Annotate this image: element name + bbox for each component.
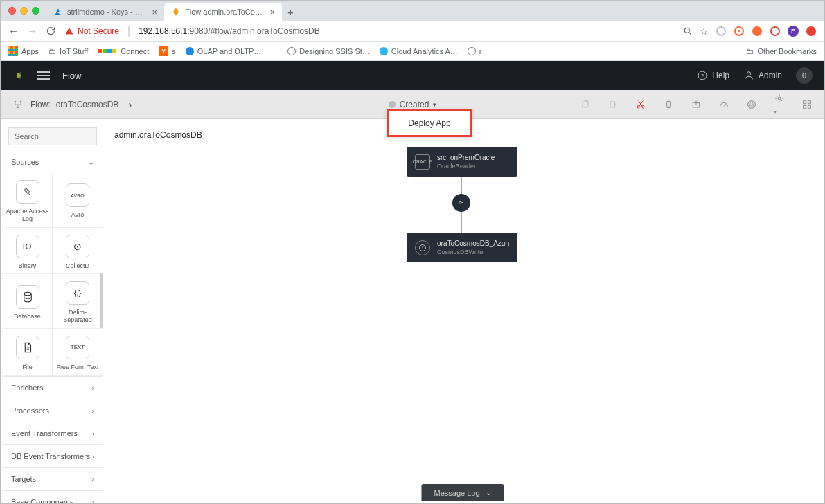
bookmark-item[interactable]: Y s bbox=[159, 46, 176, 56]
palette-item[interactable]: {,}Delim-Separated bbox=[53, 274, 103, 329]
message-log-toggle[interactable]: Message Log ⌄ bbox=[421, 484, 504, 501]
svg-rect-14 bbox=[804, 100, 806, 103]
export-icon[interactable] bbox=[691, 99, 702, 110]
status-dropdown[interactable]: Created ▾ bbox=[389, 100, 437, 109]
svg-point-5 bbox=[20, 100, 22, 102]
source-node[interactable]: ORACLE src_onPremOracle OracleReader bbox=[407, 147, 517, 177]
palette-item[interactable]: File bbox=[3, 329, 53, 376]
palette-item[interactable]: TEXTFree Form Text bbox=[53, 329, 103, 376]
globe-icon bbox=[287, 47, 296, 55]
binary-icon: IO bbox=[16, 235, 39, 258]
admin-menu[interactable]: Admin bbox=[743, 70, 782, 81]
copy-icon[interactable] bbox=[580, 99, 591, 110]
palette-section-enrichers[interactable]: Enrichers› bbox=[3, 377, 103, 399]
palette-section-db-event-transformers[interactable]: DB Event Transformers› bbox=[3, 445, 103, 467]
svg-point-6 bbox=[17, 106, 19, 108]
bookmark-item[interactable]: r bbox=[468, 47, 482, 55]
bookmark-item[interactable]: OLAP and OLTP… bbox=[186, 47, 262, 55]
grid-icon[interactable] bbox=[801, 99, 813, 110]
globe-icon bbox=[380, 47, 388, 55]
palette-section-event-transformers[interactable]: Event Transformers› bbox=[3, 422, 103, 444]
url-text[interactable]: 192.168.56.1:9080/#flow/admin.oraToCosmo… bbox=[139, 26, 320, 36]
browser-tab-bar: striimdemo - Keys - Microsoft × Flow adm… bbox=[1, 1, 824, 21]
section-label: Processors bbox=[11, 406, 49, 415]
bookmark-label: OLAP and OLTP… bbox=[197, 47, 262, 55]
deploy-label: Deploy App bbox=[408, 118, 450, 128]
palette-item[interactable]: IOBinary bbox=[3, 228, 53, 275]
maximize-window-icon[interactable] bbox=[32, 7, 39, 15]
target-node[interactable]: oraToCosmosDB_Azure-CosmosDBTarget1 Cosm… bbox=[407, 233, 517, 262]
bookmark-label: Other Bookmarks bbox=[757, 47, 817, 55]
apps-grid-icon bbox=[8, 46, 18, 56]
palette-item[interactable]: ✎Apache Access Log bbox=[3, 173, 53, 228]
help-button[interactable]: ? Help bbox=[697, 70, 729, 81]
paste-icon[interactable] bbox=[607, 99, 619, 110]
bookmark-label: r bbox=[479, 47, 482, 55]
browser-tab[interactable]: striimdemo - Keys - Microsoft × bbox=[46, 3, 164, 21]
palette-item[interactable]: AVROAvro bbox=[53, 173, 103, 228]
flow-icon bbox=[12, 99, 24, 110]
bookmark-item[interactable]: Designing SSIS St… bbox=[287, 47, 370, 55]
bookmark-item[interactable]: Connect bbox=[98, 47, 149, 55]
palette-item[interactable]: ⊙CollectD bbox=[53, 228, 103, 275]
close-icon[interactable]: × bbox=[152, 7, 157, 17]
trash-icon[interactable] bbox=[663, 99, 674, 110]
bookmark-item[interactable]: Cloud Analytics A… bbox=[380, 47, 458, 55]
extension-icon[interactable]: × bbox=[734, 26, 745, 37]
search-icon[interactable] bbox=[683, 26, 693, 36]
new-tab-button[interactable]: + bbox=[282, 3, 299, 21]
palette-section-targets[interactable]: Targets› bbox=[3, 468, 103, 490]
other-bookmarks[interactable]: 🗀 Other Bookmarks bbox=[746, 47, 817, 55]
extension-icon[interactable] bbox=[806, 26, 817, 37]
chevron-right-icon: › bbox=[91, 475, 94, 483]
scrollbar[interactable] bbox=[100, 273, 103, 328]
chevron-right-icon: › bbox=[91, 452, 94, 460]
stream-node[interactable]: ≈ bbox=[452, 194, 470, 212]
profile-avatar[interactable]: E bbox=[788, 26, 799, 37]
browser-tab-active[interactable]: Flow admin.oraToCosmosDB × bbox=[164, 3, 282, 21]
deploy-app-button[interactable]: Deploy App bbox=[387, 109, 472, 137]
app-logo-icon[interactable] bbox=[12, 69, 25, 82]
back-button[interactable]: ← bbox=[8, 25, 19, 37]
extension-icon[interactable] bbox=[716, 26, 727, 37]
palette-label: Apache Access Log bbox=[6, 208, 49, 223]
content-area: Sources ⌄ ✎Apache Access Log AVROAvro IO… bbox=[3, 120, 822, 501]
cut-icon[interactable] bbox=[635, 99, 646, 110]
menu-button[interactable] bbox=[37, 71, 50, 80]
palette-item[interactable]: Database bbox=[3, 274, 53, 329]
security-indicator[interactable]: Not Secure bbox=[64, 26, 119, 36]
notification-badge[interactable]: 0 bbox=[796, 67, 813, 84]
forward-button[interactable]: → bbox=[27, 25, 37, 37]
minimize-window-icon[interactable] bbox=[20, 7, 28, 15]
svg-rect-7 bbox=[583, 102, 587, 107]
extension-icon[interactable] bbox=[770, 26, 781, 37]
gear-icon[interactable]: ▾ bbox=[774, 93, 785, 116]
connector-line bbox=[461, 212, 462, 233]
close-icon[interactable]: × bbox=[269, 7, 275, 17]
flow-name: oraToCosmosDB bbox=[56, 100, 119, 109]
palette-section-processors[interactable]: Processors› bbox=[3, 399, 103, 422]
file-icon bbox=[16, 336, 39, 359]
apps-button[interactable]: Apps bbox=[8, 46, 39, 56]
chevron-right-icon: › bbox=[91, 406, 94, 415]
breadcrumb[interactable]: Flow: oraToCosmosDB › bbox=[30, 99, 132, 110]
search-input[interactable] bbox=[8, 127, 97, 145]
gauge-icon[interactable] bbox=[718, 99, 729, 110]
bookmark-star-icon[interactable]: ☆ bbox=[700, 26, 709, 37]
status-label: Created bbox=[400, 100, 429, 109]
palette-section-sources[interactable]: Sources ⌄ bbox=[3, 151, 103, 173]
extension-icon[interactable] bbox=[752, 26, 763, 37]
chevron-right-icon: › bbox=[91, 429, 94, 438]
component-palette: Sources ⌄ ✎Apache Access Log AVROAvro IO… bbox=[3, 120, 103, 501]
flow-canvas[interactable]: admin.oraToCosmosDB ORACLE src_onPremOra… bbox=[103, 120, 822, 501]
palette-section-base-components[interactable]: Base Components› bbox=[3, 491, 103, 504]
mac-window-controls[interactable] bbox=[8, 7, 39, 15]
folder-icon: 🗀 bbox=[746, 47, 754, 55]
svg-rect-16 bbox=[804, 105, 806, 108]
bookmark-folder[interactable]: 🗀 IoT Stuff bbox=[48, 47, 88, 55]
reload-button[interactable] bbox=[46, 26, 56, 36]
bookmark-bar: Apps 🗀 IoT Stuff Connect Y s OLAP and OL… bbox=[1, 42, 824, 61]
palette-label: Avro bbox=[71, 211, 84, 219]
close-window-icon[interactable] bbox=[8, 7, 16, 15]
bell-icon[interactable] bbox=[746, 99, 757, 110]
